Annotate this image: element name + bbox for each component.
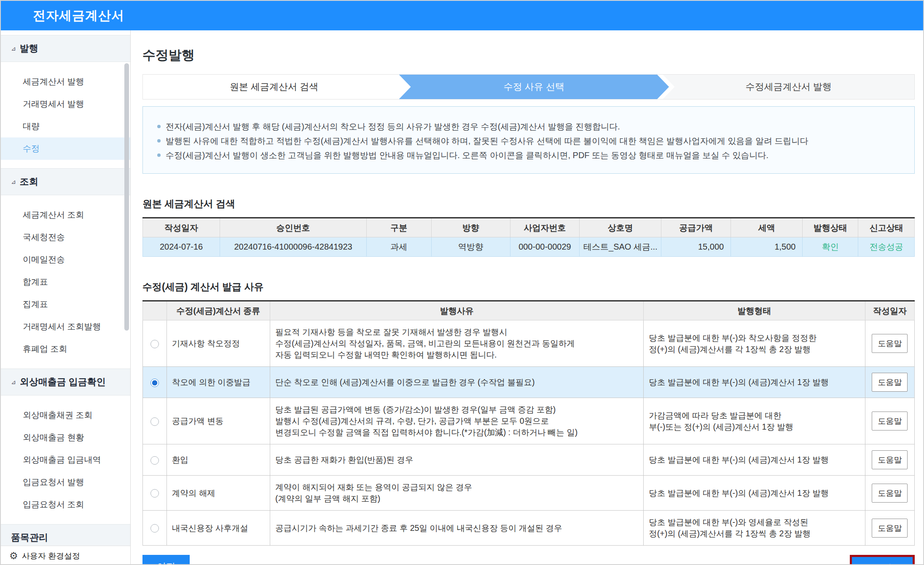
gear-icon: ⚙ (9, 551, 18, 561)
section-title-reason: 수정(세금) 계산서 발급 사유 (142, 280, 915, 293)
help-button[interactable]: 도움말 (872, 412, 908, 430)
radio-button[interactable] (150, 456, 159, 465)
radio-button[interactable] (150, 524, 159, 533)
sidebar-item-nts-transfer[interactable]: 국세청전송 (1, 226, 130, 248)
reason-row-duplicate-issue[interactable]: 착오에 의한 이중발급 단순 착오로 인해 (세금)계산서를 이중으로 발급한 … (143, 367, 915, 398)
modify-issue-button[interactable]: 수정발행 (850, 555, 915, 565)
app-title: 전자세금계산서 (33, 7, 124, 24)
sidebar-section-issue[interactable]: ⊿ 발행 (1, 35, 130, 62)
user-settings[interactable]: ⚙ 사용자 환경설정 (1, 546, 130, 565)
cell-direction: 역방향 (431, 237, 510, 257)
notice-box: 전자(세금)계산서 발행 후 해당 (세금)계산서의 착오나 정정 등의 사유가… (142, 106, 915, 174)
issue-format: 당초 발급분에 대한 부(-)와 영세율로 작성된 정(+)의 (세금)계산서를… (644, 511, 865, 546)
chevron-down-icon: ⊿ (11, 379, 16, 385)
reason-row-typo-correction[interactable]: 기재사항 착오정정 필요적 기재사항 등을 착오로 잘못 기재해서 발생한 경우… (143, 320, 915, 367)
cell-company-name: 테스트_SAO 세금... (580, 237, 661, 257)
sidebar-item-tax-invoice-inquiry[interactable]: 세금계산서 조회 (1, 204, 130, 226)
sidebar-item-sum-table[interactable]: 합계표 (1, 271, 130, 293)
main-content: 수정발행 원본 세금계산서 검색 수정 사유 선택 수정세금계산서 발행 전자(… (131, 30, 923, 565)
cell-business-no: 000-00-00029 (510, 237, 580, 257)
reason-description: 계약이 해지되어 재화 또는 용역이 공급되지 않은 경우 (계약의 일부 금액… (270, 476, 644, 511)
step-issue-modified: 수정세금계산서 발행 (663, 75, 914, 99)
wizard-steps: 원본 세금계산서 검색 수정 사유 선택 수정세금계산서 발행 (142, 74, 915, 100)
table-header-row: 작성일자 승인번호 구분 방향 사업자번호 상호명 공급가액 세액 발행상태 신… (143, 218, 915, 237)
issue-status-badge: 확인 (803, 237, 858, 257)
sidebar-section-inquiry[interactable]: ⊿ 조회 (1, 168, 130, 195)
radio-button[interactable] (150, 379, 159, 387)
reason-description: 단순 착오로 인해 (세금)계산서를 이중으로 발급한 경우 (수작업 불필요) (270, 367, 644, 398)
notice-line: 발행된 사유에 대한 적합하고 적법한 수정(세금)계산서 발행사유를 선택해야… (157, 134, 900, 148)
radio-button[interactable] (150, 417, 159, 426)
cell-write-date: 2024-07-16 (143, 237, 220, 257)
notice-line: 수정(세금)계산서 발행이 생소한 고객님을 위한 발행방법 안내용 매뉴얼입니… (157, 148, 900, 162)
reason-description: 공급시기가 속하는 과세기간 종료 후 25일 이내에 내국신용장 등이 개설된… (270, 511, 644, 546)
help-button[interactable]: 도움말 (872, 334, 908, 353)
prev-button[interactable]: 이전 (142, 555, 190, 565)
original-invoice-table: 작성일자 승인번호 구분 방향 사업자번호 상호명 공급가액 세액 발행상태 신… (142, 217, 915, 257)
sidebar-scrollbar[interactable] (124, 63, 129, 331)
radio-button[interactable] (150, 340, 159, 348)
notice-line: 전자(세금)계산서 발행 후 해당 (세금)계산서의 착오나 정정 등의 사유가… (157, 119, 900, 134)
cell-tax-amount: 1,500 (731, 237, 803, 257)
sidebar-item-closure-inquiry[interactable]: 휴폐업 조회 (1, 338, 130, 360)
help-button[interactable]: 도움말 (872, 484, 908, 503)
original-invoice-row[interactable]: 2024-07-16 20240716-41000096-42841923 과세… (143, 237, 915, 257)
issue-format: 가감금액에 따라 당초 발급분에 대한 부(-)또는 정(+)의 (세금)계산서… (644, 398, 865, 444)
issue-format: 당초 발급분에 대한 부(-)의 (세금)계산서 1장 발행 (644, 367, 865, 398)
chevron-down-icon: ⊿ (11, 45, 16, 52)
reason-description: 당초 공급한 재화가 환입(반품)된 경우 (270, 444, 644, 476)
radio-button[interactable] (150, 489, 159, 498)
sidebar-item-deposit-request-inquiry[interactable]: 입금요청서 조회 (1, 493, 130, 516)
reason-table: 수정(세금)계산서 종류 발행사유 발행형태 작성일자 기재사항 착오정정 필요… (142, 300, 915, 546)
reason-type: 환입 (167, 444, 270, 476)
help-button[interactable]: 도움말 (872, 450, 908, 469)
cell-approval-no: 20240716-41000096-42841923 (220, 237, 367, 257)
section-title-original-search: 원본 세금계산서 검색 (142, 197, 915, 210)
page-title: 수정발행 (142, 46, 915, 64)
step-search-original: 원본 세금계산서 검색 (143, 75, 405, 99)
step-select-reason: 수정 사유 선택 (399, 75, 669, 99)
issue-format: 당초 발급분에 대한 부(-)와 착오사항을 정정한 정(+)의 (세금)계산서… (644, 320, 865, 367)
cell-supply-amount: 15,000 (661, 237, 731, 257)
table-header-row: 수정(세금)계산서 종류 발행사유 발행형태 작성일자 (143, 301, 915, 320)
reason-type: 착오에 의한 이중발급 (167, 367, 270, 398)
issue-format: 당초 발급분에 대한 부(-)의 (세금)계산서 1장 발행 (644, 476, 865, 511)
sidebar-item-email-transfer[interactable]: 이메일전송 (1, 248, 130, 271)
sidebar-item-receivable-status[interactable]: 외상매출금 현황 (1, 426, 130, 449)
sidebar-item-receivable-bond-inquiry[interactable]: 외상매출채권 조회 (1, 404, 130, 426)
reason-description: 필요적 기재사항 등을 착오로 잘못 기재해서 발생한 경우 발행시 수정(세금… (270, 320, 644, 367)
issue-format: 당초 발급분에 대한 부(-)의 (세금)계산서 1장 발행 (644, 444, 865, 476)
app-window: 전자세금계산서 ⊿ 발행 세금계산서 발행 거래명세서 발행 대량 수정 ⊿ 조… (0, 0, 924, 565)
sidebar-item-aggregate-table[interactable]: 집계표 (1, 293, 130, 315)
sidebar-item-statement-issue[interactable]: 거래명세서 발행 (1, 93, 130, 115)
sidebar-item-deposit-request-issue[interactable]: 입금요청서 발행 (1, 471, 130, 493)
chevron-down-icon: ⊿ (11, 178, 16, 185)
bullet-icon (157, 139, 161, 143)
sidebar-item-bulk[interactable]: 대량 (1, 115, 130, 137)
reason-row-local-lc[interactable]: 내국신용장 사후개설 공급시기가 속하는 과세기간 종료 후 25일 이내에 내… (143, 511, 915, 546)
reason-description: 당초 발급된 공급가액에 변동 (증가/감소)이 발생한 경우(일부 금액 증감… (270, 398, 644, 444)
help-button[interactable]: 도움말 (872, 373, 908, 392)
reason-row-return[interactable]: 환입 당초 공급한 재화가 환입(반품)된 경우 당초 발급분에 대한 부(-)… (143, 444, 915, 476)
sidebar-item-statement-inquiry-issue[interactable]: 거래명세서 조회발행 (1, 315, 130, 338)
sidebar-item-tax-invoice-issue[interactable]: 세금계산서 발행 (1, 70, 130, 93)
bullet-icon (157, 153, 161, 157)
sidebar-item-receivable-deposit-history[interactable]: 외상매출금 입금내역 (1, 449, 130, 471)
app-header: 전자세금계산서 (1, 1, 923, 30)
reason-type: 내국신용장 사후개설 (167, 511, 270, 546)
cell-category: 과세 (366, 237, 431, 257)
reason-row-supply-value-change[interactable]: 공급가액 변동 당초 발급된 공급가액에 변동 (증가/감소)이 발생한 경우(… (143, 398, 915, 444)
help-button[interactable]: 도움말 (872, 519, 908, 538)
bullet-icon (157, 125, 161, 128)
sidebar: ⊿ 발행 세금계산서 발행 거래명세서 발행 대량 수정 ⊿ 조회 세금계산서 … (1, 30, 131, 565)
reason-type: 기재사항 착오정정 (167, 320, 270, 367)
sidebar-item-modify[interactable]: 수정 (1, 137, 130, 160)
reason-type: 공급가액 변동 (167, 398, 270, 444)
sidebar-section-receivables[interactable]: ⊿ 외상매출금 입금확인 (1, 369, 130, 396)
reason-row-contract-cancel[interactable]: 계약의 해제 계약이 해지되어 재화 또는 용역이 공급되지 않은 경우 (계약… (143, 476, 915, 511)
report-status-badge: 전송성공 (858, 237, 915, 257)
reason-type: 계약의 해제 (167, 476, 270, 511)
